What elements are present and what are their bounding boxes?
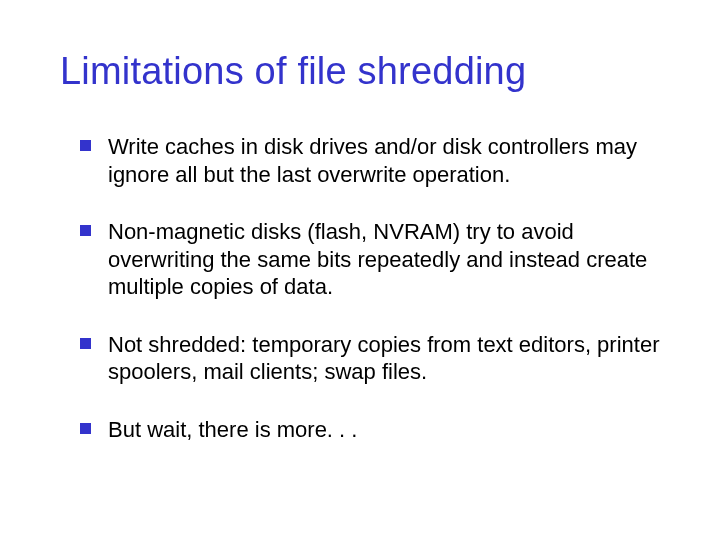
list-item: But wait, there is more. . . bbox=[80, 416, 665, 444]
slide: Limitations of file shredding Write cach… bbox=[0, 0, 720, 540]
list-item: Not shredded: temporary copies from text… bbox=[80, 331, 665, 386]
slide-title: Limitations of file shredding bbox=[60, 50, 665, 93]
bullet-square-icon bbox=[80, 225, 91, 236]
bullet-text: Not shredded: temporary copies from text… bbox=[108, 332, 659, 385]
list-item: Write caches in disk drives and/or disk … bbox=[80, 133, 665, 188]
bullet-text: But wait, there is more. . . bbox=[108, 417, 357, 442]
bullet-square-icon bbox=[80, 423, 91, 434]
bullet-list: Write caches in disk drives and/or disk … bbox=[80, 133, 665, 443]
bullet-square-icon bbox=[80, 140, 91, 151]
bullet-square-icon bbox=[80, 338, 91, 349]
bullet-text: Write caches in disk drives and/or disk … bbox=[108, 134, 637, 187]
list-item: Non-magnetic disks (flash, NVRAM) try to… bbox=[80, 218, 665, 301]
bullet-text: Non-magnetic disks (flash, NVRAM) try to… bbox=[108, 219, 647, 299]
